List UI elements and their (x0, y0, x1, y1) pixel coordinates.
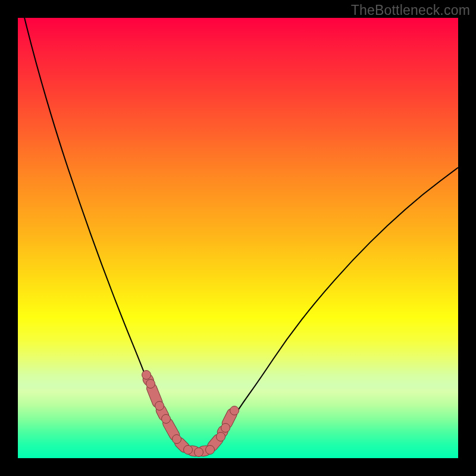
gpu-marker (205, 445, 215, 455)
gpu-marker (230, 406, 239, 415)
gpu-marker (142, 370, 151, 380)
gpu-marker (183, 445, 193, 455)
gpu-marker (221, 423, 230, 433)
bottleneck-curve (18, 18, 458, 458)
gpu-marker (155, 401, 164, 411)
gpu-marker (172, 434, 181, 444)
chart-area (18, 18, 458, 458)
watermark-label: TheBottleneck.com (351, 2, 470, 18)
